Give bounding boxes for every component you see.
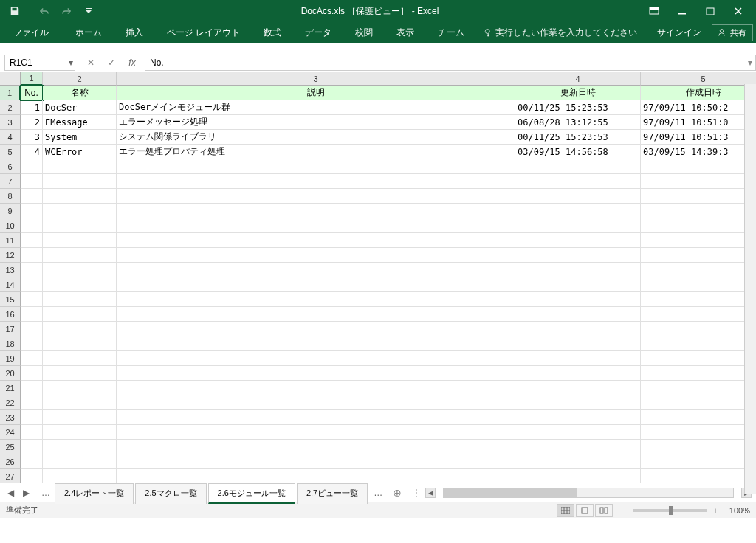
tell-me-search[interactable]: 実行したい作業を入力してください	[478, 24, 643, 42]
view-normal-button[interactable]	[557, 504, 574, 517]
empty-cell[interactable]	[515, 277, 641, 292]
empty-cell[interactable]	[515, 351, 641, 366]
empty-cell[interactable]	[641, 307, 756, 322]
vertical-scrollbar[interactable]	[744, 84, 756, 494]
empty-cell[interactable]	[641, 366, 756, 381]
empty-cell[interactable]	[641, 381, 756, 395]
fx-icon[interactable]: fx	[124, 55, 140, 71]
empty-cell[interactable]	[117, 381, 515, 395]
empty-cell[interactable]	[641, 454, 756, 469]
empty-cell[interactable]	[43, 440, 117, 454]
data-cell[interactable]: 1	[21, 100, 43, 115]
empty-cell[interactable]	[43, 322, 117, 336]
empty-cell[interactable]	[43, 351, 117, 366]
empty-cell[interactable]	[21, 189, 43, 204]
empty-cell[interactable]	[515, 189, 641, 204]
sheet-tab[interactable]: 2.6モジュール一覧	[208, 483, 295, 504]
new-sheet-button[interactable]: ⊕	[387, 483, 408, 502]
tab-nav-next[interactable]: ▶	[20, 486, 32, 499]
tab-view[interactable]: 表示	[386, 24, 425, 42]
empty-cell[interactable]	[515, 469, 641, 483]
formula-input[interactable]: No. ▾	[145, 55, 756, 71]
data-cell[interactable]: エラーメッセージ処理	[117, 115, 515, 130]
empty-cell[interactable]	[117, 469, 515, 483]
empty-cell[interactable]	[641, 204, 756, 218]
row-header[interactable]: 22	[0, 395, 21, 410]
empty-cell[interactable]	[117, 159, 515, 174]
data-cell[interactable]: 4	[21, 145, 43, 159]
row-header[interactable]: 19	[0, 351, 21, 366]
empty-cell[interactable]	[515, 233, 641, 248]
header-cell[interactable]: No.	[21, 86, 43, 100]
empty-cell[interactable]	[641, 469, 756, 483]
empty-cell[interactable]	[43, 189, 117, 204]
empty-cell[interactable]	[515, 425, 641, 440]
empty-cell[interactable]	[21, 277, 43, 292]
row-header[interactable]: 6	[0, 159, 21, 174]
tab-pagelayout[interactable]: ページ レイアウト	[157, 24, 250, 42]
empty-cell[interactable]	[515, 218, 641, 233]
empty-cell[interactable]	[43, 410, 117, 425]
expand-formula-icon[interactable]: ▾	[748, 58, 752, 68]
row-header[interactable]: 1	[0, 86, 21, 100]
empty-cell[interactable]	[43, 263, 117, 277]
sheet-tab[interactable]: 2.5マクロ一覧	[135, 483, 206, 504]
empty-cell[interactable]	[641, 189, 756, 204]
empty-cell[interactable]	[117, 336, 515, 351]
tab-team[interactable]: チーム	[427, 24, 475, 42]
empty-cell[interactable]	[21, 159, 43, 174]
share-button[interactable]: 共有	[712, 24, 753, 41]
empty-cell[interactable]	[21, 425, 43, 440]
row-header[interactable]: 18	[0, 336, 21, 351]
tab-home[interactable]: ホーム	[65, 24, 112, 42]
empty-cell[interactable]	[515, 248, 641, 263]
empty-cell[interactable]	[117, 454, 515, 469]
data-cell[interactable]: 00/11/25 15:23:53	[515, 130, 641, 145]
minimize-button[interactable]	[669, 2, 695, 20]
row-header[interactable]: 27	[0, 469, 21, 483]
row-header[interactable]: 23	[0, 410, 21, 425]
row-header[interactable]: 8	[0, 189, 21, 204]
data-cell[interactable]: 97/09/11 10:50:2	[641, 100, 756, 115]
empty-cell[interactable]	[43, 425, 117, 440]
empty-cell[interactable]	[43, 159, 117, 174]
empty-cell[interactable]	[641, 351, 756, 366]
empty-cell[interactable]	[515, 204, 641, 218]
data-cell[interactable]: 97/09/11 10:51:0	[641, 115, 756, 130]
header-cell[interactable]: 更新日時	[515, 86, 641, 100]
maximize-button[interactable]	[697, 2, 724, 20]
row-header[interactable]: 9	[0, 204, 21, 218]
empty-cell[interactable]	[117, 263, 515, 277]
empty-cell[interactable]	[515, 292, 641, 307]
empty-cell[interactable]	[43, 277, 117, 292]
row-header[interactable]: 3	[0, 115, 21, 130]
cells-area[interactable]: No.名称説明更新日時作成日時1DocSerDocSerメインモジュール群00/…	[21, 86, 756, 483]
empty-cell[interactable]	[641, 410, 756, 425]
empty-cell[interactable]	[21, 248, 43, 263]
empty-cell[interactable]	[21, 366, 43, 381]
header-cell[interactable]: 説明	[117, 86, 515, 100]
row-header[interactable]: 25	[0, 440, 21, 454]
data-cell[interactable]: EMessage	[43, 115, 117, 130]
tabs-overflow-left[interactable]: …	[37, 488, 55, 498]
view-pagebreak-button[interactable]	[595, 504, 613, 517]
empty-cell[interactable]	[21, 410, 43, 425]
empty-cell[interactable]	[21, 395, 43, 410]
tab-insert[interactable]: 挿入	[115, 24, 154, 42]
ribbon-display-button[interactable]	[641, 2, 667, 20]
empty-cell[interactable]	[21, 351, 43, 366]
empty-cell[interactable]	[21, 292, 43, 307]
row-header[interactable]: 13	[0, 263, 21, 277]
empty-cell[interactable]	[515, 381, 641, 395]
empty-cell[interactable]	[43, 233, 117, 248]
view-pagelayout-button[interactable]	[576, 504, 594, 517]
enter-formula-button[interactable]: ✓	[103, 55, 120, 71]
column-header[interactable]: 5	[641, 72, 756, 86]
tab-file[interactable]: ファイル	[3, 24, 59, 42]
row-header[interactable]: 16	[0, 307, 21, 322]
row-header[interactable]: 12	[0, 248, 21, 263]
row-header[interactable]: 14	[0, 277, 21, 292]
row-header[interactable]: 10	[0, 218, 21, 233]
empty-cell[interactable]	[515, 263, 641, 277]
empty-cell[interactable]	[117, 248, 515, 263]
